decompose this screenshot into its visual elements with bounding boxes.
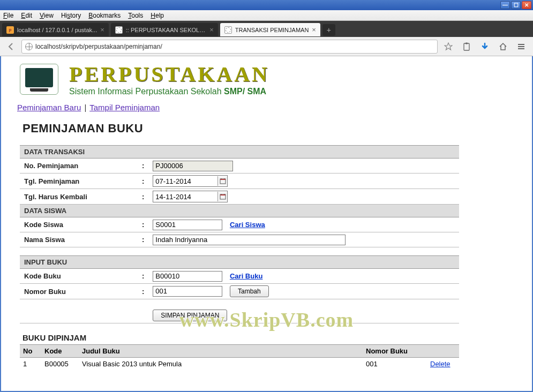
svg-rect-0 (464, 43, 469, 50)
section-data-transaksi: DATA TRANSAKSI (20, 146, 459, 159)
tab-close-icon[interactable]: × (100, 26, 104, 34)
site-subtitle: Sistem Informasi Perpustakaan Sekolah SM… (69, 87, 269, 96)
input-no-peminjaman (153, 161, 233, 171)
calendar-icon[interactable] (217, 176, 227, 186)
tab-strip: p localhost / 127.0.0.1 / pustak... × ::… (0, 21, 533, 37)
label-kode-buku: Kode Buku (20, 269, 138, 284)
reading-list-icon[interactable] (459, 40, 474, 54)
menu-view[interactable]: View (40, 12, 54, 19)
menu-bookmarks[interactable]: Bookmarks (88, 12, 121, 19)
loan-form: DATA TRANSAKSI No. Peminjaman : Tgl. Pem… (20, 145, 459, 323)
col-judul: Judul Buku (79, 344, 363, 357)
link-cari-siswa[interactable]: Cari Siswa (230, 221, 265, 229)
label-kode-siswa: Kode Siswa (20, 217, 138, 232)
download-icon[interactable] (477, 40, 492, 54)
favicon-generic-icon (115, 26, 123, 34)
delete-link[interactable]: Delete (430, 360, 451, 368)
simpan-pinjaman-button[interactable]: SIMPAN PINJAMAN (153, 310, 227, 321)
borrowed-table: No Kode Judul Buku Nomor Buku 1 B00005 V… (20, 344, 459, 370)
site-header: PERPUSTAKAAN Sistem Informasi Perpustaka… (20, 62, 516, 96)
tab-label: :: PERPUSTAKAAN SEKOLAH - Sist... (126, 27, 206, 33)
window-titlebar: — ☐ ✕ (0, 0, 533, 10)
page-links: Peminjaman Baru | Tampil Peminjaman (17, 103, 516, 112)
globe-icon (25, 43, 33, 50)
new-tab-button[interactable]: + (322, 24, 335, 36)
section-input-buku: INPUT BUKU (20, 256, 459, 269)
menu-file[interactable]: File (3, 12, 13, 19)
logo-monitor-icon (20, 64, 58, 95)
label-tgl-kembali: Tgl. Harus Kembali (20, 189, 138, 205)
minimize-button[interactable]: — (500, 1, 510, 9)
page-title: PEMINJAMAN BUKU (22, 122, 516, 135)
tab-close-icon[interactable]: × (209, 26, 214, 34)
link-peminjaman-baru[interactable]: Peminjaman Baru (17, 103, 81, 112)
tab-close-icon[interactable]: × (312, 26, 316, 34)
bookmark-star-icon[interactable] (441, 40, 456, 54)
url-input[interactable] (35, 43, 434, 50)
site-title: PERPUSTAKAAN (69, 62, 269, 87)
menu-history[interactable]: History (61, 12, 81, 19)
tambah-button[interactable]: Tambah (230, 285, 269, 297)
col-nomor: Nomor Buku (363, 344, 427, 357)
menu-tools[interactable]: Tools (128, 12, 143, 19)
browser-toolbar (0, 37, 533, 56)
menu-help[interactable]: Help (151, 12, 164, 19)
col-no: No (20, 344, 41, 357)
input-nomor-buku[interactable] (153, 286, 222, 297)
input-kode-buku[interactable] (153, 271, 222, 282)
svg-rect-1 (466, 42, 468, 44)
label-nama-siswa: Nama Siswa (20, 232, 138, 247)
label-tgl-peminjaman: Tgl. Peminjaman (20, 174, 138, 189)
tab-label: TRANSAKSI PEMINJAMAN (235, 27, 309, 33)
home-icon[interactable] (496, 40, 511, 54)
tab-transaksi[interactable]: TRANSAKSI PEMINJAMAN × (220, 23, 320, 36)
link-tampil-peminjaman[interactable]: Tampil Peminjaman (89, 103, 160, 112)
favicon-pma: p (6, 26, 14, 34)
close-button[interactable]: ✕ (522, 1, 531, 9)
menu-bar: File Edit View History Bookmarks Tools H… (0, 10, 533, 21)
link-cari-buku[interactable]: Cari Buku (230, 272, 262, 280)
col-kode: Kode (41, 344, 79, 357)
favicon-generic-icon (224, 26, 232, 34)
input-nama-siswa[interactable] (153, 235, 346, 245)
tab-label: localhost / 127.0.0.1 / pustak... (17, 27, 97, 33)
hamburger-menu-icon[interactable] (514, 40, 529, 54)
calendar-icon[interactable] (217, 192, 227, 201)
link-separator: | (84, 103, 86, 112)
input-kode-siswa[interactable] (153, 220, 222, 230)
tab-perpustakaan[interactable]: :: PERPUSTAKAAN SEKOLAH - Sist... × (111, 23, 218, 36)
page-viewport[interactable]: PERPUSTAKAAN Sistem Informasi Perpustaka… (0, 56, 533, 392)
borrowed-heading: BUKU DIPINJAM (22, 333, 516, 342)
tab-phpmyadmin[interactable]: p localhost / 127.0.0.1 / pustak... × (2, 23, 109, 36)
label-no-peminjaman: No. Peminjaman (20, 159, 138, 174)
table-row: 1 B00005 Visual Basic 2013 untuk Pemula … (20, 357, 459, 370)
section-data-siswa: DATA SISWA (20, 205, 459, 217)
maximize-button[interactable]: ☐ (511, 1, 521, 9)
input-tgl-peminjaman[interactable] (153, 176, 217, 186)
label-nomor-buku: Nomor Buku (20, 284, 138, 299)
url-bar[interactable] (21, 40, 438, 54)
back-button[interactable] (4, 40, 18, 54)
menu-edit[interactable]: Edit (21, 12, 32, 19)
input-tgl-kembali[interactable] (153, 192, 217, 201)
